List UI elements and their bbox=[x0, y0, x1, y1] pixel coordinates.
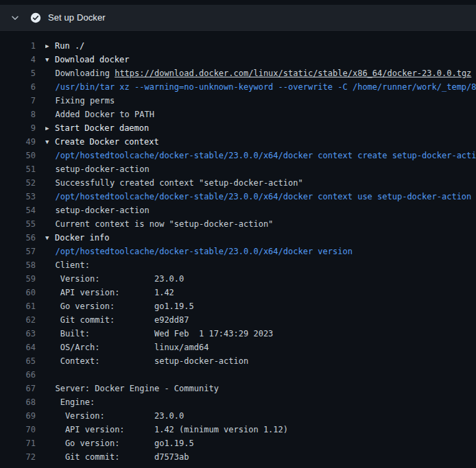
log-line: 61 Go version: go1.19.5 bbox=[0, 299, 476, 313]
log-line: 64 OS/Arch: linux/amd64 bbox=[0, 341, 476, 354]
line-number[interactable]: 52 bbox=[0, 176, 36, 190]
log-line: 57 /opt/hostedtoolcache/docker-stable/23… bbox=[0, 245, 476, 258]
log-line: 62 Git commit: e92dd87 bbox=[0, 313, 476, 327]
log-line: 50 /opt/hostedtoolcache/docker-stable/23… bbox=[0, 149, 476, 162]
log-line[interactable]: 9▶Start Docker daemon bbox=[0, 121, 476, 135]
line-content: ▼Download docker bbox=[45, 53, 476, 66]
line-content: Added Docker to PATH bbox=[45, 108, 476, 121]
line-number[interactable]: 55 bbox=[0, 217, 36, 231]
log-line: 72 Git commit: d7573ab bbox=[0, 450, 476, 464]
line-number[interactable]: 8 bbox=[0, 108, 36, 121]
line-content: Go version: go1.19.5 bbox=[45, 436, 476, 450]
log-line: 54 setup-docker-action bbox=[0, 204, 476, 217]
line-number[interactable]: 63 bbox=[0, 327, 36, 341]
line-number[interactable]: 51 bbox=[0, 162, 36, 176]
line-number[interactable]: 5 bbox=[0, 66, 36, 80]
line-number[interactable]: 67 bbox=[0, 382, 36, 395]
line-content: Git commit: d7573ab bbox=[45, 450, 476, 464]
line-number[interactable]: 72 bbox=[0, 450, 36, 464]
line-number[interactable]: 70 bbox=[0, 423, 36, 436]
line-content: Downloading https://download.docker.com/… bbox=[45, 66, 476, 80]
line-number[interactable]: 68 bbox=[0, 395, 36, 409]
line-content: setup-docker-action bbox=[45, 204, 476, 217]
line-number[interactable]: 57 bbox=[0, 245, 36, 258]
line-number[interactable]: 65 bbox=[0, 354, 36, 368]
log-line: 70 API version: 1.42 (minimum version 1.… bbox=[0, 423, 476, 436]
page-background-strip bbox=[0, 0, 476, 5]
line-number[interactable]: 7 bbox=[0, 94, 36, 108]
download-url-link[interactable]: https://download.docker.com/linux/static… bbox=[115, 69, 471, 78]
line-number[interactable]: 71 bbox=[0, 436, 36, 450]
line-number[interactable]: 53 bbox=[0, 190, 36, 204]
line-content: Version: 23.0.0 bbox=[45, 272, 476, 286]
line-content: Fixing perms bbox=[45, 94, 476, 108]
line-number[interactable]: 49 bbox=[0, 135, 36, 149]
line-content: Current context is now "setup-docker-act… bbox=[45, 217, 476, 231]
expand-arrow-icon[interactable]: ▶ bbox=[45, 39, 55, 53]
log-line: 68 Engine: bbox=[0, 395, 476, 409]
line-content: /opt/hostedtoolcache/docker-stable/23.0.… bbox=[45, 245, 476, 258]
line-number[interactable]: 69 bbox=[0, 409, 36, 423]
line-content: ▶Run ./ bbox=[45, 39, 476, 53]
line-number[interactable]: 66 bbox=[0, 368, 36, 382]
log-line: 58 Client: bbox=[0, 258, 476, 272]
line-number[interactable]: 59 bbox=[0, 272, 36, 286]
line-number[interactable]: 64 bbox=[0, 341, 36, 354]
log-line[interactable]: 4▼Download docker bbox=[0, 53, 476, 66]
step-title: Set up Docker bbox=[48, 12, 106, 23]
log-line[interactable]: 1▶Run ./ bbox=[0, 39, 476, 53]
log-line: 59 Version: 23.0.0 bbox=[0, 272, 476, 286]
line-content: Go version: go1.19.5 bbox=[45, 299, 476, 313]
line-content: API version: 1.42 bbox=[45, 286, 476, 299]
line-number[interactable]: 58 bbox=[0, 258, 36, 272]
step-header[interactable]: Set up Docker bbox=[0, 5, 476, 31]
line-number[interactable]: 9 bbox=[0, 121, 36, 135]
line-number[interactable]: 60 bbox=[0, 286, 36, 299]
line-content: Git commit: e92dd87 bbox=[45, 313, 476, 327]
line-number[interactable]: 4 bbox=[0, 53, 36, 66]
log-line[interactable]: 49▼Create Docker context bbox=[0, 135, 476, 149]
line-number[interactable]: 50 bbox=[0, 149, 36, 162]
log-line: 5 Downloading https://download.docker.co… bbox=[0, 66, 476, 80]
line-content: /opt/hostedtoolcache/docker-stable/23.0.… bbox=[45, 149, 476, 162]
log-line: 71 Go version: go1.19.5 bbox=[0, 436, 476, 450]
line-number[interactable]: 61 bbox=[0, 299, 36, 313]
line-content: Built: Wed Feb 1 17:43:29 2023 bbox=[45, 327, 476, 341]
log-line: 55 Current context is now "setup-docker-… bbox=[0, 217, 476, 231]
log-line: 53 /opt/hostedtoolcache/docker-stable/23… bbox=[0, 190, 476, 204]
line-content: Server: Docker Engine - Community bbox=[45, 382, 476, 395]
line-content: /opt/hostedtoolcache/docker-stable/23.0.… bbox=[45, 190, 476, 204]
line-number[interactable]: 6 bbox=[0, 80, 36, 94]
check-circle-icon bbox=[30, 12, 41, 23]
line-content: setup-docker-action bbox=[45, 162, 476, 176]
log-line: 7 Fixing perms bbox=[0, 94, 476, 108]
line-content: ▼Docker info bbox=[45, 231, 476, 245]
collapse-arrow-icon[interactable]: ▼ bbox=[45, 231, 55, 245]
collapse-arrow-icon[interactable]: ▼ bbox=[45, 53, 55, 66]
line-number[interactable]: 1 bbox=[0, 39, 36, 53]
line-content: ▶Start Docker daemon bbox=[45, 121, 476, 135]
chevron-down-icon[interactable] bbox=[10, 12, 21, 23]
log-line[interactable]: 56▼Docker info bbox=[0, 231, 476, 245]
line-content: Version: 23.0.0 bbox=[45, 409, 476, 423]
line-content: API version: 1.42 (minimum version 1.12) bbox=[45, 423, 476, 436]
line-number[interactable]: 56 bbox=[0, 231, 36, 245]
collapse-arrow-icon[interactable]: ▼ bbox=[45, 135, 55, 149]
log-line: 66 bbox=[0, 368, 476, 382]
log-line: 51 setup-docker-action bbox=[0, 162, 476, 176]
log-line: 6 /usr/bin/tar xz --warning=no-unknown-k… bbox=[0, 80, 476, 94]
log-line: 63 Built: Wed Feb 1 17:43:29 2023 bbox=[0, 327, 476, 341]
line-number[interactable]: 54 bbox=[0, 204, 36, 217]
line-content: Successfully created context "setup-dock… bbox=[45, 176, 476, 190]
line-content: /usr/bin/tar xz --warning=no-unknown-key… bbox=[45, 80, 476, 94]
log-line: 8 Added Docker to PATH bbox=[0, 108, 476, 121]
log-line: 69 Version: 23.0.0 bbox=[0, 409, 476, 423]
line-content bbox=[45, 368, 476, 382]
line-content: ▼Create Docker context bbox=[45, 135, 476, 149]
log-line: 65 Context: setup-docker-action bbox=[0, 354, 476, 368]
log-line: 67 Server: Docker Engine - Community bbox=[0, 382, 476, 395]
expand-arrow-icon[interactable]: ▶ bbox=[45, 121, 55, 135]
line-content: OS/Arch: linux/amd64 bbox=[45, 341, 476, 354]
line-number[interactable]: 62 bbox=[0, 313, 36, 327]
log-line: 52 Successfully created context "setup-d… bbox=[0, 176, 476, 190]
